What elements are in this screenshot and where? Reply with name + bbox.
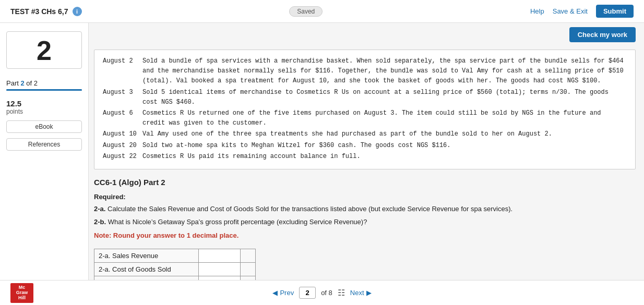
next-button[interactable]: Next ▶ — [350, 289, 372, 297]
req-2a-bold: 2-a. — [94, 205, 105, 213]
table-unit-cell — [241, 263, 256, 276]
footer-nav: ◀ Prev of 8 ☷ Next ▶ — [272, 287, 371, 299]
table-input-cell[interactable] — [199, 276, 241, 280]
passage-text: Cosmetics R Us returned one of the five … — [142, 108, 627, 128]
answer-input[interactable] — [203, 265, 236, 273]
passage-date: August 6 — [103, 108, 138, 128]
table-label-cell: 2-a. Cost of Goods Sold — [94, 263, 199, 276]
help-link[interactable]: Help — [530, 7, 544, 15]
passage-row: August 2Sold a bundle of spa services wi… — [103, 56, 627, 87]
page-number-input[interactable] — [299, 287, 316, 299]
saved-badge: Saved — [289, 6, 323, 17]
page-of-label: of 8 — [321, 289, 332, 297]
note-item: Note: Round your answer to 1 decimal pla… — [94, 230, 636, 241]
sidebar: 2 Part 2 of 2 12.5 points eBook Referenc… — [0, 23, 89, 280]
header-center: Saved — [289, 6, 323, 17]
question-number: 2 — [7, 37, 81, 64]
passage-row: August 20Sold two at-home spa kits to Me… — [103, 141, 627, 151]
passage-row: August 22Cosmetics R Us paid its remaini… — [103, 152, 627, 162]
table-label-cell: 2-a. Sales Revenue — [94, 249, 199, 263]
next-chevron: ▶ — [366, 289, 372, 297]
header: TEST #3 CHs 6,7 i Saved Help Save & Exit… — [0, 0, 644, 23]
passage-box: August 2Sold a bundle of spa services wi… — [94, 50, 636, 169]
req-2a: 2-a. Calculate the Sales Revenue and Cos… — [94, 204, 636, 214]
ebook-button[interactable]: eBook — [6, 120, 82, 133]
points-label: points — [6, 108, 82, 115]
passage-row: August 3Sold 5 identical items of mercha… — [103, 88, 627, 107]
passage-date: August 3 — [103, 88, 138, 107]
table-unit-cell — [241, 249, 256, 263]
answer-input[interactable] — [203, 252, 236, 260]
passage-date: August 20 — [103, 141, 138, 151]
table-input-cell[interactable] — [199, 249, 241, 263]
passage-text: Sold 5 identical items of merchandise to… — [142, 88, 627, 107]
required-section: Required: 2-a. Calculate the Sales Reven… — [94, 193, 636, 241]
passage-date: August 2 — [103, 56, 138, 87]
question-number-box: 2 — [6, 31, 82, 69]
note-text: Note: Round your answer to 1 decimal pla… — [94, 231, 238, 239]
points-container: 12.5 points — [6, 99, 82, 115]
part-bar — [6, 89, 82, 91]
passage-date: August 22 — [103, 152, 138, 162]
part-indicator: Part 2 of 2 — [6, 79, 82, 91]
info-icon[interactable]: i — [73, 7, 82, 16]
table-row: 2-a. Sales Revenue — [94, 249, 256, 263]
content-scroll: August 2Sold a bundle of spa services wi… — [89, 44, 644, 280]
mcgraw-logo: Mc Graw Hill — [10, 283, 33, 303]
table-row: 2-b. Gross Profit Percentage% — [94, 276, 256, 280]
references-button[interactable]: References — [6, 138, 82, 151]
part-label-prefix: Part — [6, 79, 20, 87]
passage-row: August 6Cosmetics R Us returned one of t… — [103, 108, 627, 128]
passage-text: Sold a bundle of spa services with a mer… — [142, 56, 627, 87]
table-row: 2-a. Cost of Goods Sold — [94, 263, 256, 276]
main-layout: 2 Part 2 of 2 12.5 points eBook Referenc… — [0, 23, 644, 280]
points-value: 12.5 — [6, 99, 82, 108]
part-of: of 2 — [25, 79, 38, 87]
part-bold: 2 — [20, 79, 24, 87]
passage-text: Val Amy used one of the three spa treatm… — [142, 129, 627, 139]
check-work-button[interactable]: Check my work — [569, 27, 636, 42]
answer-table: 2-a. Sales Revenue2-a. Cost of Goods Sol… — [94, 249, 256, 280]
part-bar-container — [6, 89, 82, 91]
header-right: Help Save & Exit Submit — [530, 5, 634, 18]
submit-button[interactable]: Submit — [596, 5, 634, 18]
section-title: CC6-1 (Algo) Part 2 — [94, 178, 636, 187]
header-left: TEST #3 CHs 6,7 i — [10, 7, 82, 16]
page-input-container — [299, 287, 316, 299]
content-area: Check my work August 2Sold a bundle of s… — [89, 23, 644, 280]
table-label-cell: 2-b. Gross Profit Percentage — [94, 276, 199, 280]
req-2b-bold: 2-b. — [94, 218, 106, 226]
passage-row: August 10Val Amy used one of the three s… — [103, 129, 627, 139]
prev-label: Prev — [280, 289, 294, 297]
required-label: Required: — [94, 193, 636, 201]
prev-button[interactable]: ◀ Prev — [272, 289, 294, 297]
req-2b-text: What is Nicole’s Getaway Spa’s gross pro… — [106, 218, 367, 226]
footer: Mc Graw Hill ◀ Prev of 8 ☷ Next ▶ — [0, 280, 644, 305]
page-title: TEST #3 CHs 6,7 — [10, 7, 68, 16]
save-exit-link[interactable]: Save & Exit — [553, 7, 588, 15]
check-work-container: Check my work — [89, 23, 644, 44]
req-2b: 2-b. What is Nicole’s Getaway Spa’s gros… — [94, 217, 636, 227]
grid-view-button[interactable]: ☷ — [338, 288, 345, 298]
table-input-cell[interactable] — [199, 263, 241, 276]
passage-date: August 10 — [103, 129, 138, 139]
footer-logo: Mc Graw Hill — [10, 283, 33, 302]
passage-text: Sold two at-home spa kits to Meghan Witz… — [142, 141, 627, 151]
passage-text: Cosmetics R Us paid its remaining accoun… — [142, 152, 627, 162]
req-2a-text: Calculate the Sales Revenue and Cost of … — [105, 205, 512, 213]
prev-chevron: ◀ — [272, 289, 278, 297]
part-label: Part 2 of 2 — [6, 79, 82, 87]
table-unit-cell: % — [241, 276, 256, 280]
next-label: Next — [350, 289, 364, 297]
